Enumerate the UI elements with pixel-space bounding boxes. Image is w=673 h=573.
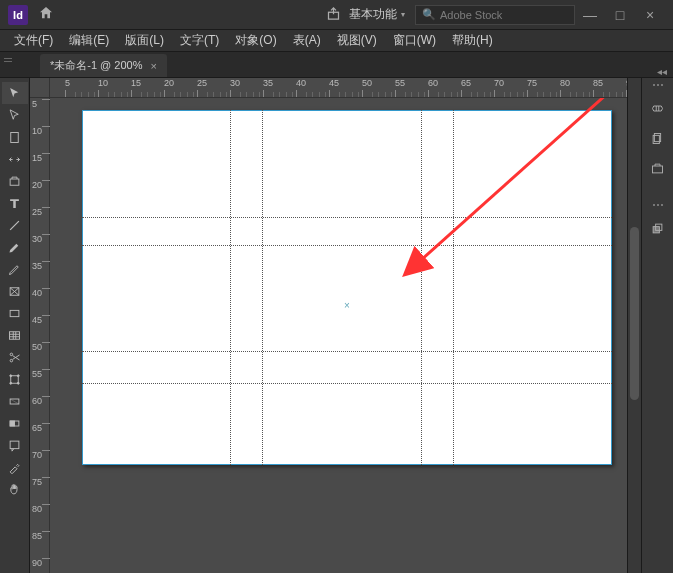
type-tool[interactable]	[2, 192, 28, 214]
ruler-origin[interactable]	[30, 78, 50, 98]
ruler-tick: 40	[296, 78, 306, 88]
menu-item[interactable]: 编辑(E)	[61, 32, 117, 49]
pencil-tool[interactable]	[2, 258, 28, 280]
right-panel-dock	[641, 78, 673, 573]
guide-vertical[interactable]	[453, 110, 454, 465]
horizontal-ruler[interactable]: 51015202530354045505560657075808590	[50, 78, 627, 98]
guide-vertical[interactable]	[230, 110, 231, 465]
guide-vertical[interactable]	[262, 110, 263, 465]
ruler-tick: 40	[32, 288, 42, 298]
document-canvas[interactable]: ×	[50, 98, 627, 573]
ruler-tick: 15	[131, 78, 141, 88]
ruler-tick: 80	[32, 504, 42, 514]
ruler-tick: 90	[32, 558, 42, 568]
ruler-tick: 5	[32, 99, 37, 109]
page-frame	[82, 110, 612, 465]
ruler-tick: 20	[32, 180, 42, 190]
ruler-tick: 15	[32, 153, 42, 163]
minimize-button[interactable]: —	[575, 7, 605, 23]
ruler-tick: 50	[32, 342, 42, 352]
search-icon: 🔍	[422, 8, 436, 21]
search-placeholder: Adobe Stock	[440, 9, 502, 21]
ruler-tick: 5	[65, 78, 70, 88]
menu-item[interactable]: 对象(O)	[227, 32, 284, 49]
free-transform-tool[interactable]	[2, 368, 28, 390]
ruler-tick: 25	[197, 78, 207, 88]
menu-item[interactable]: 文件(F)	[6, 32, 61, 49]
tool-panel	[0, 78, 30, 573]
line-tool[interactable]	[2, 214, 28, 236]
gradient-swatch-tool[interactable]	[2, 390, 28, 412]
pen-tool[interactable]	[2, 236, 28, 258]
table-tool[interactable]	[2, 324, 28, 346]
color-panel-icon[interactable]	[646, 216, 670, 240]
svg-rect-1	[11, 132, 19, 142]
svg-point-11	[10, 382, 12, 384]
tab-close-icon[interactable]: ×	[150, 60, 156, 72]
menu-item[interactable]: 视图(V)	[329, 32, 385, 49]
gap-tool[interactable]	[2, 148, 28, 170]
note-tool[interactable]	[2, 434, 28, 456]
ruler-tick: 70	[32, 450, 42, 460]
ruler-tick: 10	[32, 126, 42, 136]
guide-horizontal[interactable]	[82, 217, 612, 218]
gradient-feather-tool[interactable]	[2, 412, 28, 434]
svg-rect-20	[653, 166, 663, 173]
ruler-tick: 70	[494, 78, 504, 88]
panel-grip-icon	[4, 58, 12, 62]
ruler-tick: 60	[428, 78, 438, 88]
rectangle-frame-tool[interactable]	[2, 280, 28, 302]
ruler-tick: 75	[527, 78, 537, 88]
ruler-tick: 65	[461, 78, 471, 88]
ruler-tick: 60	[32, 396, 42, 406]
scissors-tool[interactable]	[2, 346, 28, 368]
guide-horizontal[interactable]	[82, 383, 612, 384]
close-button[interactable]: ×	[635, 7, 665, 23]
document-tab[interactable]: *未命名-1 @ 200% ×	[40, 54, 167, 77]
ruler-tick: 10	[98, 78, 108, 88]
selection-tool[interactable]	[2, 82, 28, 104]
panel-grip-icon	[653, 204, 663, 206]
hand-tool[interactable]	[2, 478, 28, 500]
guide-horizontal[interactable]	[82, 245, 612, 246]
pages-panel-icon[interactable]	[646, 126, 670, 150]
menu-item[interactable]: 帮助(H)	[444, 32, 501, 49]
menu-item[interactable]: 窗口(W)	[385, 32, 444, 49]
menu-item[interactable]: 表(A)	[285, 32, 329, 49]
ruler-tick: 30	[32, 234, 42, 244]
svg-rect-15	[10, 421, 14, 426]
guide-horizontal[interactable]	[82, 351, 612, 352]
vertical-scrollbar[interactable]	[627, 78, 641, 573]
svg-rect-4	[10, 310, 19, 316]
svg-point-6	[10, 353, 13, 356]
properties-panel-icon[interactable]	[646, 96, 670, 120]
eyedropper-tool[interactable]	[2, 456, 28, 478]
page-tool[interactable]	[2, 126, 28, 148]
cc-libraries-panel-icon[interactable]	[646, 156, 670, 180]
guide-vertical[interactable]	[421, 110, 422, 465]
center-marker-icon: ×	[344, 300, 350, 311]
svg-rect-21	[653, 226, 659, 232]
svg-point-12	[17, 382, 19, 384]
menu-item[interactable]: 版面(L)	[117, 32, 172, 49]
scrollbar-thumb[interactable]	[630, 227, 639, 400]
ruler-tick: 45	[329, 78, 339, 88]
ruler-tick: 30	[230, 78, 240, 88]
rectangle-tool[interactable]	[2, 302, 28, 324]
direct-selection-tool[interactable]	[2, 104, 28, 126]
panel-grip-icon	[653, 84, 663, 86]
home-icon[interactable]	[38, 5, 54, 25]
content-collector-tool[interactable]	[2, 170, 28, 192]
ruler-tick: 35	[263, 78, 273, 88]
svg-rect-2	[10, 179, 19, 185]
maximize-button[interactable]: □	[605, 7, 635, 23]
tab-title: *未命名-1 @ 200%	[50, 58, 142, 73]
workspace-switcher[interactable]: 基本功能 ▾	[349, 6, 405, 23]
share-icon[interactable]	[326, 6, 341, 24]
search-input[interactable]: 🔍 Adobe Stock	[415, 5, 575, 25]
collapse-panels-icon[interactable]: ◂◂	[657, 66, 667, 77]
vertical-ruler[interactable]: 51015202530354045505560657075808590	[30, 98, 50, 573]
menu-item[interactable]: 文字(T)	[172, 32, 227, 49]
svg-rect-16	[10, 441, 19, 449]
page[interactable]: ×	[82, 110, 612, 465]
